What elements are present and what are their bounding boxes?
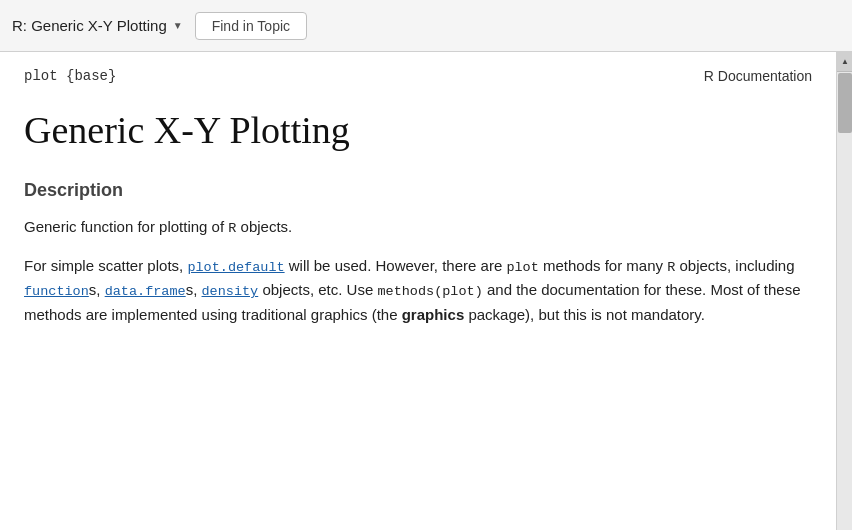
doc-source: R Documentation [704, 68, 812, 84]
scrollbar-up-button[interactable]: ▲ [837, 52, 852, 72]
doc-header: plot {base} R Documentation [24, 68, 812, 84]
toolbar: R: Generic X-Y Plotting ▼ Find in Topic [0, 0, 852, 52]
content-wrapper: plot {base} R Documentation Generic X-Y … [0, 52, 852, 530]
topic-selector[interactable]: R: Generic X-Y Plotting ▼ [12, 17, 183, 34]
text-graphics-bold: graphics [402, 306, 465, 323]
code-methods-plot: methods(plot) [377, 284, 482, 299]
link-plot-default[interactable]: plot.default [187, 260, 284, 275]
code-r-1: R [228, 221, 236, 236]
link-data-frame[interactable]: data.frame [105, 284, 186, 299]
topic-label: R: Generic X-Y Plotting [12, 17, 167, 34]
code-r-2: R [667, 260, 675, 275]
doc-package: plot {base} [24, 68, 116, 84]
find-in-topic-button[interactable]: Find in Topic [195, 12, 307, 40]
content-area[interactable]: plot {base} R Documentation Generic X-Y … [0, 52, 836, 530]
up-arrow-icon: ▲ [841, 57, 849, 66]
page-title: Generic X-Y Plotting [24, 108, 812, 152]
chevron-down-icon: ▼ [173, 20, 183, 31]
link-function[interactable]: function [24, 284, 89, 299]
scrollbar-thumb[interactable] [838, 73, 852, 133]
paragraph-1: Generic function for plotting of R objec… [24, 215, 812, 240]
paragraph-2: For simple scatter plots, plot.default w… [24, 254, 812, 327]
code-plot: plot [506, 260, 538, 275]
scrollbar-track[interactable]: ▲ [836, 52, 852, 530]
section-heading-description: Description [24, 180, 812, 201]
link-density[interactable]: density [202, 284, 259, 299]
description-section: Description Generic function for plottin… [24, 180, 812, 327]
